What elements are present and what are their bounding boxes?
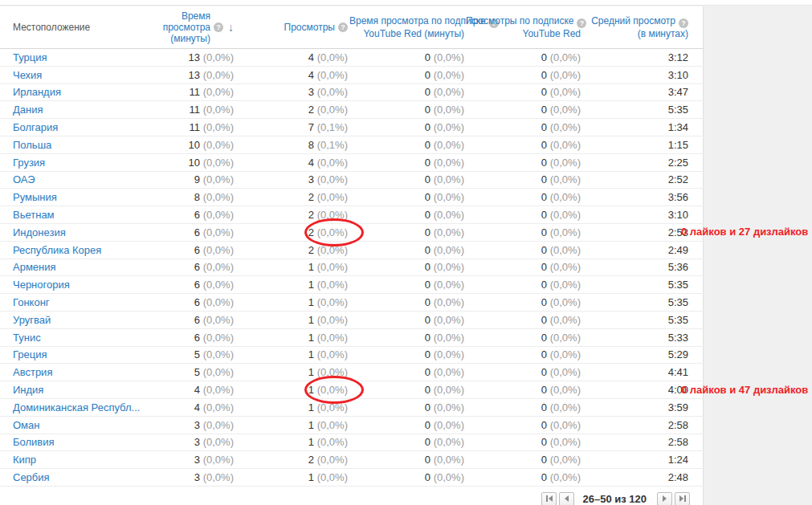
red-watch-time-cell: 0 (0,0%) [349, 328, 466, 346]
location-cell: Сербия [0, 469, 153, 487]
watch-time-cell: 6 (0,0%) [153, 276, 237, 294]
location-cell: Кипр [0, 451, 153, 469]
location-link[interactable]: Вьетнам [13, 209, 55, 221]
location-link[interactable]: Сербия [13, 471, 50, 483]
views-cell: 1 (0,0%) [237, 381, 349, 399]
table-row: Кипр 3 (0,0%) 2 (0,0%) 0 (0,0%) 0 (0,0%)… [0, 451, 704, 469]
table-row: Индия 4 (0,0%) 1 (0,0%) 0 (0,0%) 0 (0,0%… [0, 381, 704, 399]
location-link[interactable]: Тунис [13, 332, 41, 344]
previous-page-icon [565, 495, 569, 502]
column-header-watch-time-label: Время просмотра (минуты) [153, 10, 210, 44]
views-cell: 1 (0,0%) [237, 398, 349, 416]
pagination-next-page-button[interactable] [657, 492, 672, 505]
column-header-red-watch-time[interactable]: Время просмотра по подписке? YouTube Red… [349, 6, 466, 49]
column-header-red-watch-time-label-line2: YouTube Red (минуты) [363, 28, 464, 39]
views-cell: 4 (0,0%) [237, 49, 349, 67]
red-watch-time-cell: 0 (0,0%) [349, 346, 466, 364]
location-link[interactable]: Индонезия [13, 226, 66, 238]
location-link[interactable]: Румыния [13, 191, 57, 203]
sort-descending-icon: ↓ [228, 22, 234, 32]
column-header-average-view[interactable]: Средний просмотр? (в минутах) [582, 6, 704, 49]
location-link[interactable]: Ирландия [13, 86, 61, 98]
views-cell: 2 (0,0%) [237, 241, 349, 259]
pagination-first-page-button[interactable] [541, 492, 557, 505]
last-page-icon [684, 495, 686, 502]
location-link[interactable]: Австрия [13, 366, 52, 378]
column-header-watch-time[interactable]: Время просмотра (минуты) ? ↓ [153, 6, 237, 49]
table-row: Греция 5 (0,0%) 1 (0,0%) 0 (0,0%) 0 (0,0… [0, 346, 704, 364]
location-link[interactable]: ОАЭ [13, 173, 35, 185]
location-link[interactable]: Индия [13, 384, 43, 396]
location-link[interactable]: Республика Корея [13, 244, 101, 256]
column-header-red-views[interactable]: Просмотры по подписке? YouTube Red [466, 6, 582, 49]
red-views-cell: 0 (0,0%) [466, 416, 582, 434]
views-cell: 1 (0,0%) [237, 364, 349, 381]
watch-time-cell: 6 (0,0%) [153, 328, 237, 346]
location-cell: Вьетнам [0, 206, 153, 224]
location-link[interactable]: Оман [13, 419, 39, 431]
location-link[interactable]: Чехия [13, 69, 42, 81]
red-watch-time-cell: 0 (0,0%) [349, 469, 466, 487]
column-header-red-views-label-line2: YouTube Red [522, 28, 581, 39]
red-views-cell: 0 (0,0%) [466, 259, 582, 276]
watch-time-cell: 11 (0,0%) [153, 119, 237, 136]
views-cell: 2 (0,0%) [237, 451, 349, 469]
location-link[interactable]: Доминиканская Республ... [13, 401, 140, 413]
location-cell: Чехия [0, 66, 153, 83]
pagination-last-page-button[interactable] [675, 492, 690, 505]
average-view-cell: 2:25 [582, 153, 704, 171]
location-link[interactable]: Армения [13, 261, 56, 273]
column-header-views[interactable]: Просмотры ? [237, 6, 349, 49]
location-link[interactable]: Черногория [13, 279, 70, 291]
views-cell: 1 (0,0%) [237, 469, 349, 487]
table-row: Турция 13 (0,0%) 4 (0,0%) 0 (0,0%) 0 (0,… [0, 49, 704, 67]
help-icon[interactable]: ? [338, 22, 348, 32]
location-link[interactable]: Кипр [13, 454, 36, 466]
red-views-cell: 0 (0,0%) [466, 153, 582, 171]
location-link[interactable]: Польша [13, 139, 51, 151]
watch-time-cell: 6 (0,0%) [153, 223, 237, 241]
red-views-cell: 0 (0,0%) [466, 294, 582, 312]
views-cell: 2 (0,0%) [237, 101, 349, 119]
location-link[interactable]: Уругвай [13, 314, 51, 326]
watch-time-cell: 6 (0,0%) [153, 206, 237, 224]
average-view-cell: 2:48 [582, 469, 704, 487]
red-watch-time-cell: 0 (0,0%) [349, 83, 466, 101]
location-link[interactable]: Дания [13, 104, 43, 116]
help-icon[interactable]: ? [214, 22, 223, 32]
location-link[interactable]: Боливия [13, 436, 55, 448]
geography-table: Местоположение Время просмотра (минуты) … [0, 6, 704, 487]
watch-time-cell: 11 (0,0%) [153, 83, 237, 101]
location-cell: Гонконг [0, 294, 153, 312]
location-link[interactable]: Турция [13, 51, 47, 63]
views-cell: 8 (0,1%) [237, 136, 349, 153]
watch-time-cell: 3 (0,0%) [153, 469, 237, 487]
first-page-icon [546, 495, 548, 502]
watch-time-cell: 10 (0,0%) [153, 153, 237, 171]
location-link[interactable]: Грузия [13, 157, 45, 169]
location-cell: Оман [0, 416, 153, 434]
average-view-cell: 5:29 [582, 346, 704, 364]
location-cell: Австрия [0, 364, 153, 381]
average-view-cell: 1:15 [582, 136, 704, 153]
views-cell: 1 (0,0%) [237, 294, 349, 312]
red-watch-time-cell: 0 (0,0%) [349, 364, 466, 381]
average-view-cell: 2:52 [582, 171, 704, 189]
location-link[interactable]: Болгария [13, 121, 58, 133]
column-header-location: Местоположение [0, 6, 153, 49]
watch-time-cell: 8 (0,0%) [153, 189, 237, 206]
average-view-cell: 5:36 [582, 259, 704, 276]
location-link[interactable]: Греция [13, 348, 47, 360]
average-view-cell: 2:58 [582, 416, 704, 434]
watch-time-cell: 6 (0,0%) [153, 294, 237, 312]
watch-time-cell: 6 (0,0%) [153, 241, 237, 259]
red-views-cell: 0 (0,0%) [466, 398, 582, 416]
table-row: Доминиканская Республ... 4 (0,0%) 1 (0,0… [0, 398, 704, 416]
red-views-cell: 0 (0,0%) [466, 434, 582, 451]
views-cell: 1 (0,0%) [237, 276, 349, 294]
help-icon[interactable]: ? [679, 18, 688, 28]
location-cell: Уругвай [0, 311, 153, 328]
location-link[interactable]: Гонконг [13, 296, 50, 308]
views-cell: 2 (0,0%) [237, 223, 349, 241]
pagination-previous-page-button[interactable] [559, 492, 574, 505]
